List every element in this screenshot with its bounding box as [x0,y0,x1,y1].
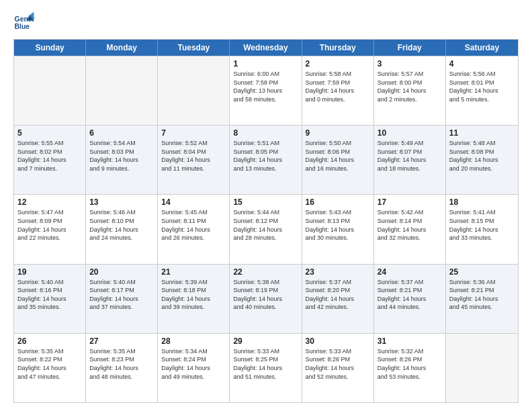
cell-info: Sunrise: 5:37 AM Sunset: 8:20 PM Dayligh… [306,278,370,312]
calendar-cell: 15Sunrise: 5:44 AM Sunset: 8:12 PM Dayli… [230,195,302,263]
calendar-cell: 24Sunrise: 5:37 AM Sunset: 8:21 PM Dayli… [374,265,446,333]
calendar-cell: 25Sunrise: 5:36 AM Sunset: 8:21 PM Dayli… [446,265,518,333]
calendar-cell: 6Sunrise: 5:54 AM Sunset: 8:03 PM Daylig… [86,126,158,194]
calendar-cell: 3Sunrise: 5:57 AM Sunset: 8:00 PM Daylig… [374,56,446,125]
calendar-cell: 30Sunrise: 5:33 AM Sunset: 8:26 PM Dayli… [302,334,374,402]
cell-info: Sunrise: 5:44 AM Sunset: 8:12 PM Dayligh… [233,208,298,242]
day-number: 14 [161,197,226,207]
calendar-cell: 10Sunrise: 5:49 AM Sunset: 8:07 PM Dayli… [374,126,446,194]
calendar-cell [446,334,518,402]
cell-info: Sunrise: 5:51 AM Sunset: 8:05 PM Dayligh… [233,139,298,173]
logo-icon: General Blue [13,11,35,32]
col-header-wednesday: Wednesday [230,40,302,56]
day-number: 17 [378,197,442,207]
cell-info: Sunrise: 5:35 AM Sunset: 8:23 PM Dayligh… [89,347,154,381]
day-number: 31 [378,336,442,346]
col-header-tuesday: Tuesday [158,40,230,56]
cell-info: Sunrise: 5:39 AM Sunset: 8:18 PM Dayligh… [161,278,226,312]
day-number: 23 [306,267,370,277]
col-header-saturday: Saturday [446,40,518,56]
cell-info: Sunrise: 5:55 AM Sunset: 8:02 PM Dayligh… [17,139,82,173]
calendar-cell: 12Sunrise: 5:47 AM Sunset: 8:09 PM Dayli… [14,195,86,263]
day-number: 24 [378,267,442,277]
calendar-cell: 22Sunrise: 5:38 AM Sunset: 8:19 PM Dayli… [230,265,302,333]
calendar-cell: 23Sunrise: 5:37 AM Sunset: 8:20 PM Dayli… [302,265,374,333]
calendar-cell: 18Sunrise: 5:41 AM Sunset: 8:15 PM Dayli… [446,195,518,263]
cell-info: Sunrise: 5:45 AM Sunset: 8:11 PM Dayligh… [161,208,226,242]
logo: General Blue [13,11,38,32]
cell-info: Sunrise: 5:57 AM Sunset: 8:00 PM Dayligh… [378,70,442,103]
col-header-sunday: Sunday [14,40,86,56]
cell-info: Sunrise: 5:58 AM Sunset: 7:59 PM Dayligh… [306,70,370,103]
day-number: 3 [378,59,442,68]
calendar-cell: 20Sunrise: 5:40 AM Sunset: 8:17 PM Dayli… [86,265,158,333]
day-number: 6 [89,128,154,138]
calendar-cell: 5Sunrise: 5:55 AM Sunset: 8:02 PM Daylig… [14,126,86,194]
day-number: 8 [233,128,298,138]
calendar-cell: 4Sunrise: 5:56 AM Sunset: 8:01 PM Daylig… [446,56,518,125]
calendar-cell: 7Sunrise: 5:52 AM Sunset: 8:04 PM Daylig… [158,126,230,194]
day-number: 20 [89,267,154,277]
calendar-cell: 11Sunrise: 5:48 AM Sunset: 8:08 PM Dayli… [446,126,518,194]
calendar-body: 1Sunrise: 6:00 AM Sunset: 7:58 PM Daylig… [14,56,518,402]
cell-info: Sunrise: 5:35 AM Sunset: 8:22 PM Dayligh… [17,347,82,381]
cell-info: Sunrise: 5:33 AM Sunset: 8:25 PM Dayligh… [233,347,298,381]
cell-info: Sunrise: 5:50 AM Sunset: 8:06 PM Dayligh… [306,139,370,173]
day-number: 12 [17,197,82,207]
calendar-header: SundayMondayTuesdayWednesdayThursdayFrid… [14,40,518,56]
calendar-cell: 26Sunrise: 5:35 AM Sunset: 8:22 PM Dayli… [14,334,86,402]
col-header-monday: Monday [86,40,158,56]
day-number: 26 [17,336,82,346]
day-number: 13 [89,197,154,207]
calendar-cell [158,56,230,125]
day-number: 25 [449,267,515,277]
cell-info: Sunrise: 5:52 AM Sunset: 8:04 PM Dayligh… [161,139,226,173]
cell-info: Sunrise: 5:41 AM Sunset: 8:15 PM Dayligh… [449,208,515,242]
cell-info: Sunrise: 5:49 AM Sunset: 8:07 PM Dayligh… [378,139,442,173]
cell-info: Sunrise: 5:43 AM Sunset: 8:13 PM Dayligh… [306,208,370,242]
calendar-cell: 9Sunrise: 5:50 AM Sunset: 8:06 PM Daylig… [302,126,374,194]
day-number: 10 [378,128,442,138]
col-header-thursday: Thursday [302,40,374,56]
day-number: 19 [17,267,82,277]
day-number: 27 [89,336,154,346]
calendar-cell: 2Sunrise: 5:58 AM Sunset: 7:59 PM Daylig… [302,56,374,125]
cell-info: Sunrise: 5:32 AM Sunset: 8:26 PM Dayligh… [378,347,442,381]
cell-info: Sunrise: 5:48 AM Sunset: 8:08 PM Dayligh… [449,139,515,173]
cell-info: Sunrise: 5:34 AM Sunset: 8:24 PM Dayligh… [161,347,226,381]
calendar-cell: 31Sunrise: 5:32 AM Sunset: 8:26 PM Dayli… [374,334,446,402]
cell-info: Sunrise: 5:42 AM Sunset: 8:14 PM Dayligh… [378,208,442,242]
day-number: 4 [449,59,515,68]
day-number: 30 [306,336,370,346]
day-number: 15 [233,197,298,207]
calendar-cell: 19Sunrise: 5:40 AM Sunset: 8:16 PM Dayli… [14,265,86,333]
col-header-friday: Friday [374,40,446,56]
calendar: SundayMondayTuesdayWednesdayThursdayFrid… [13,39,519,403]
day-number: 5 [17,128,82,138]
day-number: 22 [233,267,298,277]
calendar-cell: 21Sunrise: 5:39 AM Sunset: 8:18 PM Dayli… [158,265,230,333]
day-number: 1 [233,59,298,68]
calendar-cell: 13Sunrise: 5:46 AM Sunset: 8:10 PM Dayli… [86,195,158,263]
cell-info: Sunrise: 5:38 AM Sunset: 8:19 PM Dayligh… [233,278,298,312]
day-number: 28 [161,336,226,346]
cell-info: Sunrise: 5:46 AM Sunset: 8:10 PM Dayligh… [89,208,154,242]
cell-info: Sunrise: 5:33 AM Sunset: 8:26 PM Dayligh… [306,347,370,381]
day-number: 9 [306,128,370,138]
calendar-row-1: 5Sunrise: 5:55 AM Sunset: 8:02 PM Daylig… [14,125,518,194]
svg-text:Blue: Blue [15,23,30,30]
calendar-cell: 1Sunrise: 6:00 AM Sunset: 7:58 PM Daylig… [230,56,302,125]
day-number: 16 [306,197,370,207]
cell-info: Sunrise: 5:36 AM Sunset: 8:21 PM Dayligh… [449,278,515,312]
day-number: 2 [306,59,370,68]
day-number: 21 [161,267,226,277]
page-header: General Blue [13,11,519,32]
cell-info: Sunrise: 6:00 AM Sunset: 7:58 PM Dayligh… [233,70,298,103]
calendar-row-0: 1Sunrise: 6:00 AM Sunset: 7:58 PM Daylig… [14,56,518,125]
day-number: 18 [449,197,515,207]
calendar-cell: 17Sunrise: 5:42 AM Sunset: 8:14 PM Dayli… [374,195,446,263]
day-number: 11 [449,128,515,138]
day-number: 7 [161,128,226,138]
calendar-cell: 28Sunrise: 5:34 AM Sunset: 8:24 PM Dayli… [158,334,230,402]
cell-info: Sunrise: 5:37 AM Sunset: 8:21 PM Dayligh… [378,278,442,312]
